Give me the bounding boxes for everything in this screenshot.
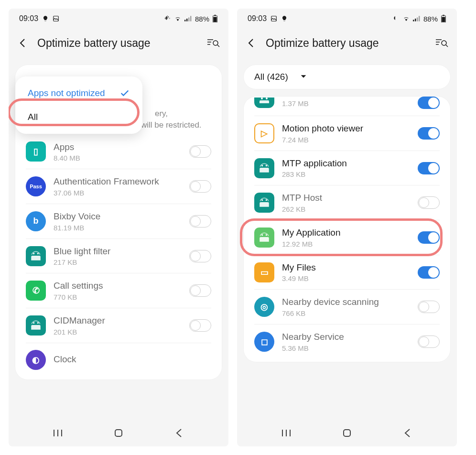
toggle-switch[interactable] (418, 127, 440, 140)
app-row[interactable]: ◎Nearby device scanning766 KB (254, 290, 440, 325)
app-row[interactable]: ◻Nearby Service5.36 MB (254, 325, 440, 359)
svg-point-37 (266, 164, 267, 166)
app-size: 217 KB (54, 258, 182, 266)
phone-screen-right: 09:03 88% Opt (237, 9, 457, 446)
app-name: CIDManager (54, 315, 182, 327)
svg-point-15 (33, 322, 34, 324)
svg-point-34 (261, 98, 263, 99)
svg-rect-20 (115, 430, 122, 436)
nav-recent-icon[interactable] (280, 426, 293, 440)
toggle-switch[interactable] (189, 180, 211, 193)
svg-rect-1 (184, 20, 185, 21)
toggle-switch[interactable] (189, 215, 211, 228)
toggle-switch[interactable] (189, 284, 211, 297)
dropdown-item-all[interactable]: All (15, 105, 142, 129)
svg-point-36 (261, 164, 263, 166)
nav-back-icon[interactable] (173, 426, 186, 440)
app-icon: b (26, 211, 46, 231)
main-card: 1.37 MB ▷Motion photo viewer7.24 MBMTP a… (244, 97, 450, 362)
app-row[interactable]: Blue light filter217 KB (26, 239, 211, 274)
toggle-switch[interactable] (418, 301, 440, 313)
app-name: My Application (282, 227, 410, 239)
app-icon: ◎ (254, 297, 274, 317)
svg-point-41 (266, 234, 267, 236)
app-row[interactable]: ▭My Files3.49 MB (254, 255, 440, 290)
app-size: 1.37 MB (282, 99, 410, 108)
app-size: 201 KB (54, 328, 182, 336)
app-icon: ▷ (254, 123, 274, 143)
filter-search-icon[interactable] (435, 37, 448, 49)
app-row[interactable]: PassAuthentication Framework37.06 MB (26, 169, 211, 204)
app-icon (26, 315, 46, 336)
svg-rect-23 (415, 19, 416, 22)
app-row[interactable]: MTP Host262 KB (254, 185, 440, 220)
app-row[interactable]: bBixby Voice81.19 MB (26, 204, 211, 239)
wifi-icon (402, 15, 410, 22)
android-navbar (237, 420, 457, 446)
svg-line-33 (446, 45, 448, 47)
svg-point-35 (266, 98, 268, 99)
signal-icon (413, 15, 421, 22)
nav-home-icon[interactable] (112, 426, 125, 440)
app-row[interactable]: ◐Clock (26, 343, 211, 377)
app-row[interactable]: ▷Motion photo viewer7.24 MB (254, 116, 440, 151)
bulb-icon (281, 15, 288, 22)
filter-label: All (426) (254, 72, 288, 82)
app-row[interactable]: CIDManager201 KB (26, 308, 211, 343)
app-info: Clock (54, 354, 211, 366)
svg-line-12 (217, 45, 219, 47)
app-info: Authentication Framework37.06 MB (54, 176, 182, 197)
battery-pct: 88% (423, 15, 438, 23)
toggle-switch[interactable] (418, 266, 440, 279)
svg-rect-24 (417, 18, 418, 22)
app-name: My Files (282, 262, 410, 274)
app-size: 12.92 MB (282, 240, 410, 248)
app-info: Nearby Service5.36 MB (282, 331, 410, 352)
checkmark-icon (119, 88, 130, 98)
app-row[interactable]: ▯Apps8.40 MB (26, 135, 211, 170)
bulb-icon (42, 15, 49, 22)
app-size: 81.19 MB (54, 224, 182, 232)
app-row[interactable]: MTP application283 KB (254, 151, 440, 186)
nav-back-icon[interactable] (401, 426, 414, 440)
dropdown-item-not-optimized[interactable]: Apps not optimized (15, 81, 142, 105)
status-time: 09:03 (19, 14, 38, 23)
app-info: Bixby Voice81.19 MB (54, 211, 182, 232)
app-row[interactable]: ✆Call settings770 KB (26, 273, 211, 308)
wifi-icon (174, 15, 182, 22)
picture-icon (270, 15, 277, 22)
toggle-switch[interactable] (189, 319, 211, 332)
main-card: placeholder ery, but some background fun… (15, 65, 222, 379)
nav-recent-icon[interactable] (51, 426, 65, 440)
toggle-switch[interactable] (418, 231, 440, 244)
back-icon[interactable] (17, 37, 29, 49)
app-name: Call settings (54, 280, 182, 292)
battery-icon (212, 15, 218, 22)
toggle-switch[interactable] (189, 145, 211, 158)
filter-search-icon[interactable] (206, 37, 220, 49)
page-title: Optimize battery usage (266, 37, 426, 50)
app-icon: ▭ (254, 262, 274, 282)
toggle-switch[interactable] (418, 162, 440, 174)
back-icon[interactable] (246, 37, 257, 49)
android-navbar (9, 420, 228, 446)
app-size: 37.06 MB (54, 189, 182, 197)
svg-point-16 (37, 322, 39, 324)
app-icon (254, 193, 274, 213)
app-size: 766 KB (282, 309, 410, 317)
svg-rect-28 (442, 17, 445, 22)
app-icon: ◐ (26, 350, 46, 370)
app-row[interactable]: My Application12.92 MB (254, 220, 440, 255)
app-icon (26, 246, 46, 266)
app-name: Nearby Service (282, 331, 410, 343)
svg-point-39 (266, 199, 267, 201)
toggle-switch[interactable] (189, 250, 211, 262)
app-info: Motion photo viewer7.24 MB (282, 123, 410, 144)
page-title: Optimize battery usage (37, 37, 198, 50)
app-row-partial[interactable]: 1.37 MB (254, 97, 440, 116)
nav-home-icon[interactable] (340, 426, 354, 440)
toggle-switch[interactable] (418, 336, 440, 348)
filter-dropdown-trigger[interactable]: All (426) (254, 72, 440, 82)
toggle-switch[interactable] (418, 196, 440, 209)
toggle-switch[interactable] (418, 97, 440, 109)
